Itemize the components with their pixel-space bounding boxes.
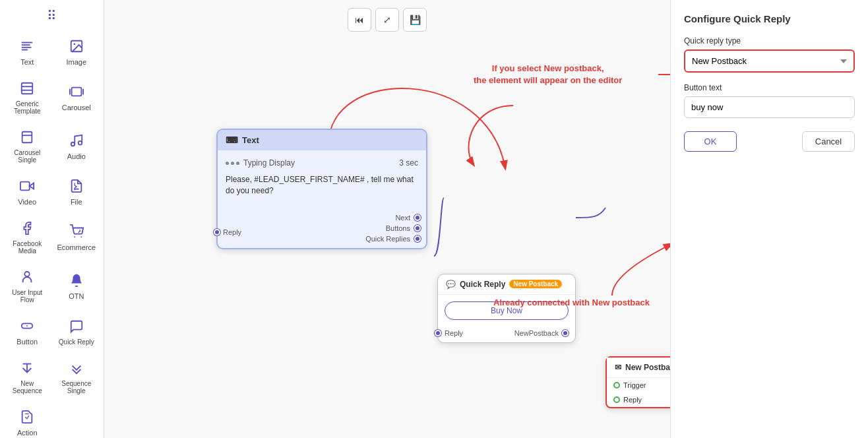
postback-trigger-label: Trigger	[623, 381, 646, 389]
typing-display-row: Typing Display 3 sec	[226, 158, 418, 168]
video-icon	[18, 177, 36, 195]
qr-title: Quick Reply	[460, 280, 505, 289]
text-icon	[18, 37, 36, 55]
sidebar-item-carousel[interactable]: Carousel	[53, 74, 100, 120]
sidebar-item-button[interactable]: Button	[4, 311, 51, 351]
svg-rect-2	[22, 47, 32, 48]
qr-newpostback-label: NewPostback	[514, 329, 559, 337]
button-icon	[18, 317, 36, 335]
sidebar-item-text[interactable]: Text	[4, 32, 51, 71]
postback-trigger-left: Trigger	[613, 381, 646, 389]
sidebar-label-quick-reply: Quick Reply	[59, 338, 94, 346]
text-node-header: ⌨ Text	[218, 130, 426, 150]
sidebar-label-otn: OTN	[69, 292, 84, 300]
audio-icon	[67, 131, 86, 150]
save-button[interactable]: 💾	[403, 8, 427, 32]
port-reply-left: Reply	[214, 228, 241, 236]
sidebar-item-carousel-single[interactable]: Carousel Single	[4, 123, 51, 169]
sidebar-label-button: Button	[16, 338, 38, 346]
carousel-icon	[67, 82, 86, 101]
sidebar-item-audio[interactable]: Audio	[53, 123, 100, 169]
fit-button[interactable]: ⤢	[375, 8, 399, 32]
svg-point-21	[80, 236, 82, 237]
typing-display-label: Typing Display	[226, 158, 295, 168]
sidebar-item-new-sequence[interactable]: New Sequence	[4, 354, 51, 400]
postback-row-reply: Reply Sequence	[607, 392, 670, 407]
port-buttons-label: Buttons	[386, 224, 410, 232]
quick-reply-type-select[interactable]: New PostbackURLPhone Number	[684, 49, 855, 73]
sidebar-item-file[interactable]: File	[53, 172, 100, 211]
text-node-body: Typing Display 3 sec Please, #LEAD_USER_…	[218, 150, 426, 211]
svg-rect-0	[22, 42, 33, 44]
sidebar-item-quick-reply[interactable]: Quick Reply	[53, 311, 100, 351]
sidebar-item-otn[interactable]: OTN	[53, 263, 100, 309]
qr-reply-label: Reply	[445, 329, 463, 337]
port-quick-replies: Quick Replies	[365, 235, 421, 243]
postback-reply-label: Reply	[623, 396, 642, 404]
main-canvas: ⏮ ⤢ 💾 ⌨ Text	[104, 0, 670, 438]
text-node-ports: Next Buttons Quick Replies	[218, 211, 426, 248]
sidebar-item-facebook-media[interactable]: Facebook Media	[4, 214, 51, 260]
sidebar-label-text: Text	[20, 58, 34, 66]
qr-reply-dot[interactable]	[435, 330, 441, 336]
sidebar-label-user-input-flow: User Input Flow	[7, 289, 48, 303]
port-next: Next	[395, 214, 421, 222]
qr-ports: Reply NewPostback	[438, 327, 575, 342]
svg-rect-3	[22, 49, 28, 51]
sidebar-item-video[interactable]: Video	[4, 172, 51, 211]
postback-title: New Postback	[625, 363, 670, 372]
action-icon	[18, 408, 36, 426]
port-buttons-dot[interactable]	[414, 225, 421, 232]
text-node-message: Please, #LEAD_USER_FIRST_NAME# , tell me…	[226, 174, 418, 197]
qr-node-header: 💬 Quick Reply New Postback	[438, 274, 575, 295]
sidebar-label-new-sequence: New Sequence	[7, 380, 48, 394]
sidebar-label-carousel-single: Carousel Single	[7, 149, 48, 164]
sidebar-label-action: Action	[17, 429, 38, 437]
postback-reply-dot[interactable]	[613, 396, 620, 403]
sidebar-item-ecommerce[interactable]: Ecommerce	[53, 214, 100, 260]
sidebar-label-video: Video	[18, 198, 36, 206]
button-text-input[interactable]	[684, 96, 855, 118]
sidebar-label-file: File	[71, 198, 82, 206]
ok-button[interactable]: OK	[684, 131, 737, 152]
generic-template-icon	[18, 79, 36, 98]
typing-time: 3 sec	[399, 158, 418, 168]
postback-row-trigger: Trigger Next	[607, 378, 670, 392]
postback-node-header: ✉ New Postback	[607, 358, 670, 378]
postback-node: ✉ New Postback Trigger Next Reply Sequen…	[605, 356, 670, 408]
port-quick-replies-dot[interactable]	[414, 235, 421, 242]
qr-newpostback-dot[interactable]	[562, 330, 569, 336]
image-icon	[67, 37, 86, 55]
sidebar-item-generic-template[interactable]: Generic Template	[4, 74, 51, 120]
sidebar-item-image[interactable]: Image	[53, 32, 100, 71]
sequence-single-icon	[67, 359, 86, 377]
svg-point-15	[78, 141, 82, 145]
quick-reply-sidebar-icon	[67, 317, 86, 336]
port-reply-dot[interactable]	[214, 229, 220, 235]
back-button[interactable]: ⏮	[348, 8, 371, 32]
svg-rect-6	[22, 83, 33, 94]
svg-marker-16	[30, 183, 34, 189]
postback-trigger-dot[interactable]	[613, 382, 620, 389]
sidebar-label-carousel: Carousel	[62, 104, 91, 111]
panel-buttons: OK Cancel	[684, 131, 855, 152]
svg-rect-12	[22, 132, 32, 143]
qr-port-reply: Reply	[445, 329, 463, 337]
svg-rect-1	[22, 44, 30, 46]
cancel-button[interactable]: Cancel	[802, 131, 855, 152]
svg-rect-17	[20, 182, 30, 191]
button-text-label: Button text	[684, 83, 855, 92]
sidebar: ⠿ Text Image Generic Template	[0, 0, 104, 438]
sidebar-label-image: Image	[66, 58, 86, 66]
svg-point-22	[25, 272, 30, 276]
qr-badge: New Postback	[509, 280, 562, 288]
port-next-dot[interactable]	[414, 214, 421, 221]
quick-reply-type-label: Quick reply type	[684, 36, 855, 46]
file-icon	[67, 177, 86, 195]
annotation-top: If you select New postback,the element w…	[474, 63, 622, 86]
text-node-icon: ⌨	[226, 135, 238, 145]
sidebar-item-action[interactable]: Action	[4, 402, 51, 438]
sidebar-item-sequence-single[interactable]: Sequence Single	[53, 354, 100, 400]
sidebar-item-user-input-flow[interactable]: User Input Flow	[4, 263, 51, 309]
annotation-bottom: Already connected with New postback	[493, 297, 650, 309]
